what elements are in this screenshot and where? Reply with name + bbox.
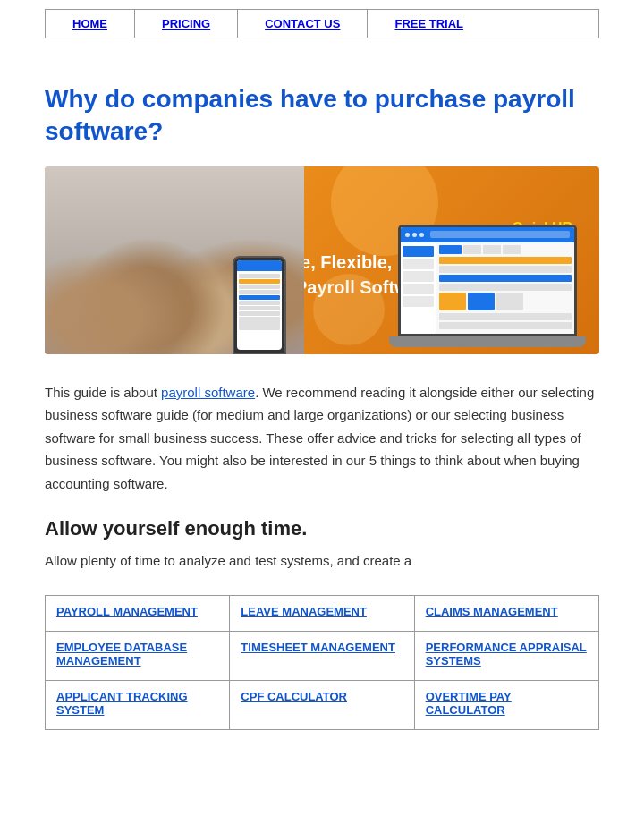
overtime-pay-link[interactable]: OVERTIME PAY CALCULATOR: [426, 690, 588, 717]
table-row-1: PAYROLL MANAGEMENT LEAVE MANAGEMENT CLAI…: [46, 595, 599, 631]
performance-appraisal-link[interactable]: PERFORMANCE APPRAISAL SYSTEMS: [426, 641, 588, 667]
table-cell-overtime: OVERTIME PAY CALCULATOR: [414, 680, 598, 729]
nav-bar: HOME PRICING CONTACT US FREE TRIAL: [45, 9, 599, 38]
cpf-calculator-link[interactable]: CPF CALCULATOR: [241, 690, 402, 703]
nav-free-trial[interactable]: FREE TRIAL: [368, 10, 490, 38]
table-cell-performance: PERFORMANCE APPRAISAL SYSTEMS: [414, 631, 598, 680]
payroll-management-link[interactable]: PAYROLL MANAGEMENT: [56, 605, 218, 618]
nav-pricing[interactable]: PRICING: [135, 10, 238, 38]
table-cell-timesheet-mgmt: TIMESHEET MANAGEMENT: [230, 631, 414, 680]
claims-management-link[interactable]: CLAIMS MANAGEMENT: [426, 605, 588, 618]
table-cell-cpf-calc: CPF CALCULATOR: [230, 680, 414, 729]
hero-image: QuickHR Simple, Flexible, Accurate, Payr…: [45, 166, 599, 354]
section-text: Allow plenty of time to analyze and test…: [45, 549, 599, 573]
table-cell-claims-mgmt: CLAIMS MANAGEMENT: [414, 595, 598, 631]
applicant-tracking-link[interactable]: APPLICANT TRACKING SYSTEM: [56, 690, 218, 717]
main-content: Why do companies have to purchase payrol…: [0, 47, 644, 748]
leave-management-link[interactable]: LEAVE MANAGEMENT: [241, 605, 402, 618]
payroll-software-link[interactable]: payroll software: [161, 385, 255, 400]
nav-home[interactable]: HOME: [46, 10, 135, 38]
table-cell-leave-mgmt: LEAVE MANAGEMENT: [230, 595, 414, 631]
employee-database-link[interactable]: EMPLOYEE DATABASE MANAGEMENT: [56, 641, 218, 667]
hero-circle-deco-2: [313, 274, 385, 345]
navigation: HOME PRICING CONTACT US FREE TRIAL: [0, 9, 644, 38]
timesheet-management-link[interactable]: TIMESHEET MANAGEMENT: [241, 641, 402, 654]
table-cell-employee-db: EMPLOYEE DATABASE MANAGEMENT: [46, 631, 230, 680]
table-cell-payroll-mgmt: PAYROLL MANAGEMENT: [46, 595, 230, 631]
page-title: Why do companies have to purchase payrol…: [45, 83, 599, 149]
laptop-mockup: [389, 225, 586, 354]
article-intro-text: This guide is about payroll software. We…: [45, 381, 599, 496]
nav-contact[interactable]: CONTACT US: [238, 10, 368, 38]
section-heading: Allow yourself enough time.: [45, 517, 599, 540]
phone-mockup: [233, 256, 286, 354]
features-table: PAYROLL MANAGEMENT LEAVE MANAGEMENT CLAI…: [45, 595, 599, 730]
table-row-2: EMPLOYEE DATABASE MANAGEMENT TIMESHEET M…: [46, 631, 599, 680]
table-cell-applicant: APPLICANT TRACKING SYSTEM: [46, 680, 230, 729]
table-row-3: APPLICANT TRACKING SYSTEM CPF CALCULATOR…: [46, 680, 599, 729]
